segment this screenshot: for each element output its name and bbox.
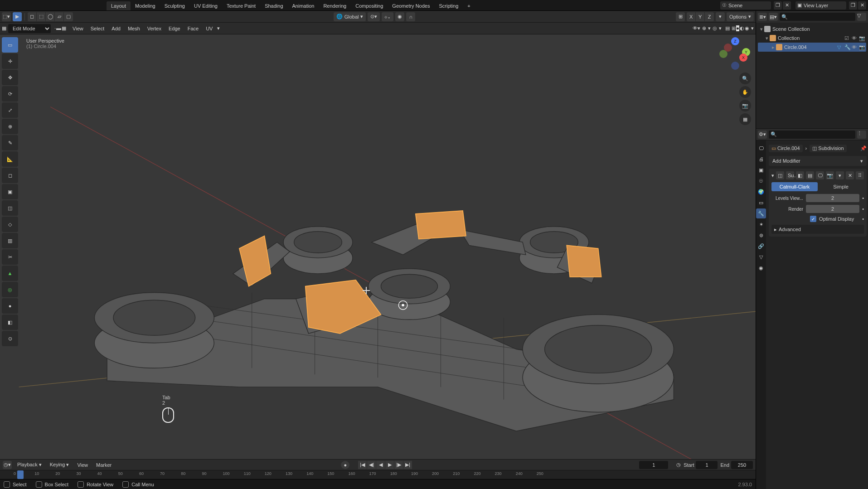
mesh-edit-options[interactable]: ▾ (217, 25, 220, 31)
snap-dropdown[interactable]: ⟐▾ (382, 12, 393, 21)
select-circle[interactable]: ◯ (46, 12, 55, 21)
tab-physics[interactable]: ⊚ (756, 230, 766, 240)
edge-select-mode[interactable]: ▬ (56, 25, 62, 31)
breadcrumb-object[interactable]: ▭ Circle.004 (769, 145, 803, 152)
outliner-display-mode[interactable]: ▤▾ (769, 13, 778, 21)
levels-render-value[interactable]: 2 (806, 205, 859, 213)
axis-z[interactable]: Z (705, 12, 714, 21)
subdiv-catmull[interactable]: Catmull-Clark (771, 182, 818, 191)
viewlayer-selector[interactable]: ▣ (795, 1, 846, 10)
workspace-tab-animation[interactable]: Animation (288, 1, 319, 10)
menu-window[interactable]: Window (68, 1, 92, 10)
tool-cursor-button[interactable]: ▶ (13, 12, 22, 21)
keyframe-prev[interactable]: ◀| (367, 461, 376, 469)
timeline-view-menu[interactable]: View (74, 462, 91, 468)
tool-add-cube[interactable]: ◻ (2, 168, 18, 183)
tab-render[interactable]: 🖵 (756, 143, 766, 153)
tool-smooth[interactable]: ● (2, 298, 18, 314)
scene-selector[interactable]: ☉ (720, 1, 771, 10)
properties-search[interactable]: 🔍 (769, 131, 855, 139)
mode-selector[interactable]: Edit Mode (8, 24, 51, 33)
jump-start[interactable]: |◀ (358, 461, 367, 469)
add-modifier-dropdown[interactable]: Add Modifier ▾ (769, 156, 867, 166)
tool-move[interactable]: ✥ (2, 70, 18, 85)
mirror-options[interactable]: ▾ (716, 12, 725, 21)
shading-solid[interactable]: ● (736, 25, 740, 31)
mod-drag-handle[interactable]: ⠿ (856, 171, 864, 179)
tool-polybuild[interactable]: ▲ (2, 266, 18, 281)
proportional-edit-toggle[interactable]: ◉ (395, 12, 404, 21)
camera-view-button[interactable]: 📷 (739, 100, 751, 111)
workspace-tab-layout[interactable]: Layout (107, 1, 131, 10)
hide-viewport-icon[interactable]: 👁 (852, 44, 858, 50)
tab-particles[interactable]: ✶ (756, 219, 766, 229)
menu-select[interactable]: Select (88, 26, 107, 31)
disclosure-icon[interactable]: ▾ (771, 173, 774, 179)
menu-edit[interactable]: Edit (28, 1, 44, 10)
gizmo-toggle[interactable]: ⊕ (702, 25, 706, 31)
disclosure-icon[interactable]: ▾ (759, 26, 764, 32)
mesh-autosmooth[interactable]: ⊞ (676, 12, 685, 21)
tab-material[interactable]: ◉ (756, 263, 766, 273)
mesh-data-icon[interactable]: ▽ (837, 44, 844, 50)
tool-edge-slide[interactable]: ◧ (2, 315, 18, 330)
mod-delete[interactable]: ✕ (846, 171, 854, 179)
menu-uv[interactable]: UV (203, 26, 215, 31)
keyframe-next[interactable]: |▶ (394, 461, 403, 469)
tab-output[interactable]: 🖨 (756, 154, 766, 164)
workspace-add-button[interactable]: + (463, 1, 475, 10)
menu-view[interactable]: View (70, 26, 86, 31)
axis-x[interactable]: X (687, 12, 696, 21)
outliner-object-circle004[interactable]: ▸ Circle.004 ▽ 🔧 👁 📷 (758, 43, 866, 52)
properties-options[interactable]: ⋮ (857, 131, 866, 139)
subdiv-simple[interactable]: Simple (818, 182, 864, 191)
mod-realtime[interactable]: 🖵 (816, 171, 824, 179)
proportional-falloff[interactable]: ∩ (406, 12, 415, 21)
viewlayer-new-button[interactable]: ❐ (849, 1, 857, 10)
face-select-mode[interactable]: ▦ (62, 25, 66, 31)
mod-edit-mode[interactable]: ▤ (806, 171, 814, 179)
tool-measure[interactable]: 📐 (2, 151, 18, 167)
tool-annotate[interactable]: ✎ (2, 135, 18, 150)
tool-spin[interactable]: ◎ (2, 282, 18, 297)
tool-loopcut[interactable]: ▥ (2, 233, 18, 248)
menu-file[interactable]: File (13, 1, 28, 10)
autokey-toggle[interactable]: ● (341, 461, 350, 469)
menu-face[interactable]: Face (185, 26, 201, 31)
axis-z-ball[interactable]: Z (731, 37, 739, 45)
tab-mesh[interactable]: ▽ (756, 252, 766, 262)
shading-material[interactable]: ◐ (740, 25, 745, 31)
workspace-tab-shading[interactable]: Shading (260, 1, 287, 10)
axis-y[interactable]: Y (696, 12, 705, 21)
scene-name-input[interactable] (728, 3, 769, 8)
timeline-editor-selector[interactable]: ◷▾ (3, 461, 12, 469)
modifier-link-icon[interactable]: 🔧 (844, 44, 851, 50)
disclosure-icon[interactable]: ▾ (764, 35, 770, 41)
disclosure-icon[interactable]: ▸ (771, 44, 776, 50)
workspace-tab-sculpting[interactable]: Sculpting (160, 1, 189, 10)
disable-render-icon[interactable]: 📷 (859, 35, 865, 41)
timeline-marker-menu[interactable]: Marker (93, 462, 114, 468)
timeline-playback-menu[interactable]: Playback ▾ (15, 462, 44, 468)
levels-viewport-value[interactable]: 2 (806, 194, 859, 202)
transform-orientation-dropdown[interactable]: 🌐 Global ▾ (334, 12, 366, 21)
animate-dot-icon[interactable]: • (862, 206, 864, 212)
xray-toggle[interactable]: ▤ (725, 25, 730, 31)
tool-scale[interactable]: ⤢ (2, 102, 18, 118)
mod-extras[interactable]: ▾ (836, 171, 844, 179)
overlay-toggle[interactable]: ◎ (713, 25, 717, 31)
mod-on-cage[interactable]: ◧ (796, 171, 804, 179)
pivot-dropdown[interactable]: ⊙▾ (368, 12, 380, 21)
properties-editor-selector[interactable]: ⚙▾ (758, 131, 767, 139)
menu-add[interactable]: Add (109, 26, 123, 31)
workspace-tab-geometrynodes[interactable]: Geometry Nodes (388, 1, 434, 10)
viewport-canvas[interactable]: User Perspective (1) Circle.004 ▭ ✛ ✥ ⟳ … (0, 34, 756, 459)
menu-edge[interactable]: Edge (166, 26, 183, 31)
start-frame[interactable]: Start 1 (684, 461, 718, 469)
optimal-display-checkbox[interactable]: ✓ (810, 216, 816, 222)
tab-viewlayer[interactable]: ▣ (756, 165, 766, 175)
shading-rendered[interactable]: ◉ (745, 25, 749, 31)
outliner-search[interactable]: 🔍 (780, 13, 855, 21)
workspace-tab-modeling[interactable]: Modeling (131, 1, 160, 10)
tab-world[interactable]: 🌍 (756, 187, 766, 197)
